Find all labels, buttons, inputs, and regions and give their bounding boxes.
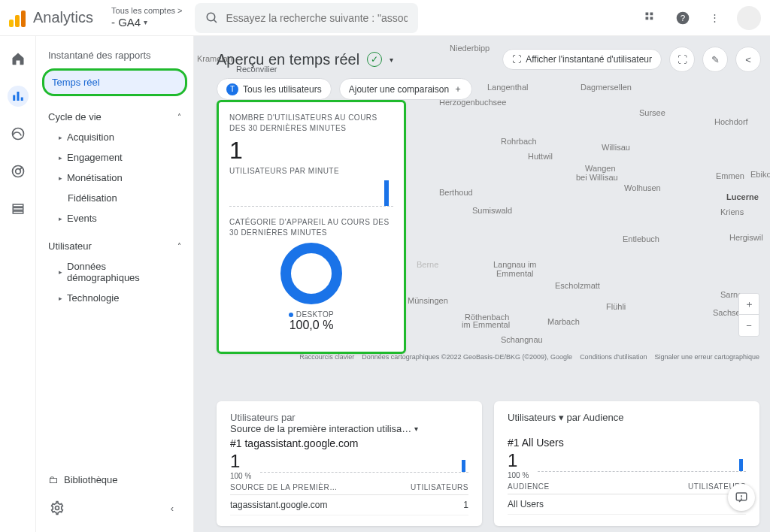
sidebar-lifecycle-label: Cycle de vie [48,111,102,122]
plus-icon: ＋ [453,83,462,95]
sidebar-item-engagement[interactable]: Engagement [42,147,187,168]
sidebar-item-monetisation[interactable]: Monétisation [42,168,187,188]
search-bar[interactable] [195,3,419,33]
th-source: SOURCE DE LA PREMIÈR… [230,483,338,491]
map-city-label: Dagmersellen [581,83,632,92]
svg-point-0 [207,13,215,21]
collapse-sidebar-icon[interactable]: ‹ [163,499,181,517]
map-attribution: Raccourcis clavier Données cartographiqu… [299,353,759,361]
chip-add-comparison[interactable]: Ajouter une comparaison＋ [339,78,472,100]
search-input[interactable] [226,12,408,24]
snapshot-icon: ⛶ [512,54,521,65]
card-pct: 100 % [508,471,529,479]
breadcrumb-label: Reconvilier [236,65,277,74]
card-top-value: #1 All Users [508,437,746,449]
share-icon[interactable]: < [735,47,761,72]
sidebar-item-retention[interactable]: Fidélisation [42,188,187,208]
sidebar-item-acquisition[interactable]: Acquisition [42,127,187,147]
map-city-label: Kriens [720,207,744,216]
svg-rect-9 [17,92,19,101]
map-zoom-control: ＋ − [738,293,759,337]
map-attr-shortcuts[interactable]: Raccourcis clavier [299,353,354,361]
zoom-out-button[interactable]: − [739,315,759,336]
card-users-by-audience: Utilisateurs ▾ par Audience #1 All Users… [494,401,759,526]
realtime-users-card: NOMBRE D'UTILISATEURS AU COURS DES 30 DE… [217,100,406,354]
map-city-label: Wolhusen [624,183,661,192]
map-city-label: Berne [417,260,438,269]
rail-home[interactable] [8,48,29,69]
edit-icon[interactable]: ✎ [702,47,728,72]
card-audience-dropdown[interactable]: Utilisateurs ▾ par Audience [508,412,623,423]
app-name: Analytics [33,9,93,26]
account-picker[interactable]: Tous les comptes > - GA4▾ [111,6,182,29]
search-icon [205,11,219,25]
map-city-label: Lucerne [726,192,759,201]
sidebar-item-technology[interactable]: Technologie [42,288,187,308]
more-icon[interactable]: ⋮ [705,9,723,27]
device-category-label: CATÉGORIE D'APPAREIL AU COURS DES 30 DER… [229,217,393,238]
feedback-button[interactable] [728,484,755,511]
sidebar-item-events[interactable]: Events [42,208,187,228]
zoom-in-button[interactable]: ＋ [739,294,759,315]
table-row[interactable]: tagassistant.google.com1 [230,495,468,515]
sidebar-section-lifecycle[interactable]: Cycle de vie ˄ [42,107,187,127]
card-title-prefix: Utilisateurs par [230,412,296,423]
map-attr-terms[interactable]: Conditions d'utilisation [580,353,647,361]
chevron-down-icon[interactable]: ▾ [390,56,393,64]
svg-rect-8 [13,95,15,101]
snapshot-label: Afficher l'instantané d'utilisateur [526,54,652,65]
th-users: UTILISATEURS [411,483,468,491]
sidebar-item-library[interactable]: 🗀 Bibliothèque [42,467,187,493]
row-value: 1 [463,500,468,510]
sidebar-user-label: Utilisateur [48,240,92,252]
account-sub: - GA4 [111,16,141,29]
th-audience: AUDIENCE [508,482,550,491]
row-label: All Users [508,499,544,509]
sidebar-item-report-snapshot[interactable]: Instantané des rapports [42,45,187,65]
map-city-label: Ebiko [750,170,770,179]
sidebar-item-realtime[interactable]: Temps réel [42,68,187,96]
device-pct: 100,0 % [229,319,393,332]
fullscreen-icon[interactable]: ⛶ [669,47,695,72]
chip-label: Tous les utilisateurs [243,84,322,95]
table-row[interactable]: All Users1 [508,494,746,515]
map-city-label: Emmen [716,171,744,180]
svg-text:?: ? [681,13,686,23]
rail-configure[interactable] [8,198,29,219]
svg-rect-5 [650,17,653,20]
map-city-label: Escholzmatt [555,281,600,290]
svg-rect-2 [646,12,649,15]
account-top: Tous les comptes > [111,6,182,16]
card-top-value: #1 tagassistant.google.com [230,437,468,449]
help-icon[interactable]: ? [674,9,692,27]
sidebar-item-demographics[interactable]: Données démographiques [42,256,187,288]
rail-reports[interactable] [8,86,29,107]
status-ok-icon[interactable]: ✓ [367,52,382,67]
map-city-label: Huttwil [528,152,553,161]
rail-advertising[interactable] [8,161,29,182]
dropdown-label: Source de la première interaction utilis… [230,423,411,434]
card-count: 1 [508,450,529,471]
map-city-label: im Emmental [462,320,510,329]
settings-icon[interactable] [48,499,66,517]
svg-rect-15 [13,204,23,207]
map-city-label: Sursee [639,108,665,117]
card-source-dropdown[interactable]: Source de la première interaction utilis… [230,423,418,434]
avatar[interactable] [737,6,761,30]
user-snapshot-button[interactable]: ⛶ Afficher l'instantané d'utilisateur [502,49,662,70]
users-per-minute-label: UTILISATEURS PAR MINUTE [229,166,393,177]
map-city-label: Entlebuch [623,234,659,243]
map-attr-report[interactable]: Signaler une erreur cartographique [654,353,759,361]
svg-rect-10 [20,98,23,101]
map-city-label: Emmental [496,269,534,278]
map-city-label: Münsingen [408,296,448,305]
users-30min-label: NOMBRE D'UTILISATEURS AU COURS DES 30 DE… [229,113,393,134]
apps-icon[interactable] [642,9,660,27]
rail-explore[interactable] [8,123,29,144]
chip-all-users[interactable]: TTous les utilisateurs [217,78,332,100]
map-city-label: Sumiswald [472,206,512,215]
sidebar-section-user[interactable]: Utilisateur ˄ [42,236,187,256]
users-per-minute-chart [229,177,393,207]
card-users-by-source: Utilisateurs par Source de la première i… [217,401,482,526]
card-sparkline [538,458,746,472]
